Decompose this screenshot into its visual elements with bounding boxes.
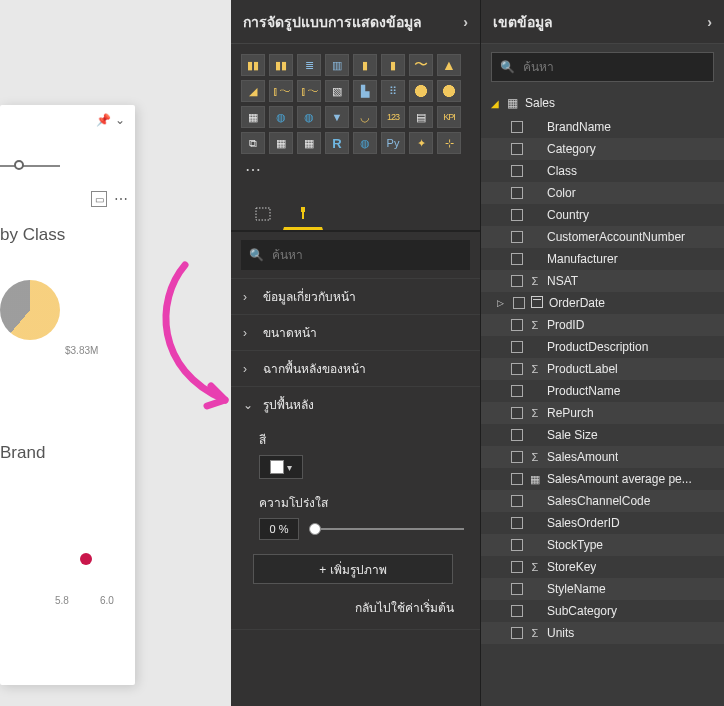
format-search[interactable]: 🔍 — [241, 240, 470, 270]
field-checkbox[interactable] — [511, 407, 523, 419]
field-checkbox[interactable] — [511, 539, 523, 551]
viz-decomp[interactable]: ⊹ — [437, 132, 461, 154]
viz-py[interactable]: Py — [381, 132, 405, 154]
field-checkbox[interactable] — [511, 143, 523, 155]
viz-key-influencers[interactable]: ✦ — [409, 132, 433, 154]
visualizations-header[interactable]: การจัดรูปแบบการแสดงข้อมูล › — [231, 0, 480, 44]
field-row[interactable]: ΣNSAT — [481, 270, 724, 292]
field-row[interactable]: ΣProdID — [481, 314, 724, 336]
viz-slicer[interactable]: ⧉ — [241, 132, 265, 154]
chevron-right-icon[interactable]: › — [707, 14, 712, 30]
field-checkbox[interactable] — [511, 429, 523, 441]
viz-gauge[interactable]: ◡ — [353, 106, 377, 128]
field-row[interactable]: ΣSalesAmount — [481, 446, 724, 468]
viz-matrix[interactable]: ▦ — [297, 132, 321, 154]
viz-ribbon[interactable]: ▧ — [325, 80, 349, 102]
viz-pie[interactable] — [409, 80, 433, 102]
fields-header[interactable]: เขตข้อมูล › — [481, 0, 724, 44]
viz-line[interactable]: 〜 — [409, 54, 433, 76]
field-row[interactable]: Sale Size — [481, 424, 724, 446]
transparency-slider[interactable] — [309, 521, 464, 537]
viz-card[interactable]: 123 — [381, 106, 405, 128]
field-checkbox[interactable] — [511, 583, 523, 595]
field-row[interactable]: StockType — [481, 534, 724, 556]
more-options-icon[interactable]: ⋯ — [114, 191, 129, 207]
field-row[interactable]: ▷OrderDate — [481, 292, 724, 314]
viz-stacked-bar[interactable]: ▮▮ — [241, 54, 265, 76]
expand-triangle-icon[interactable]: ▷ — [497, 298, 507, 308]
viz-arcgis[interactable]: ◍ — [353, 132, 377, 154]
viz-r[interactable]: R — [325, 132, 349, 154]
viz-clustered-column[interactable]: ▥ — [325, 54, 349, 76]
field-row[interactable]: StyleName — [481, 578, 724, 600]
color-picker-button[interactable]: ▾ — [259, 455, 303, 479]
chevron-down-icon[interactable]: ⌄ — [115, 113, 129, 127]
field-row[interactable]: Country — [481, 204, 724, 226]
field-row[interactable]: ΣProductLabel — [481, 358, 724, 380]
section-wallpaper[interactable]: ⌄ รูปพื้นหลัง — [231, 386, 480, 422]
field-row[interactable]: ΣRePurch — [481, 402, 724, 424]
viz-donut[interactable] — [437, 80, 461, 102]
field-checkbox[interactable] — [511, 209, 523, 221]
field-checkbox[interactable] — [511, 121, 523, 133]
scatter-point[interactable] — [80, 553, 92, 565]
field-row[interactable]: SubCategory — [481, 600, 724, 622]
field-row[interactable]: ΣUnits — [481, 622, 724, 644]
viz-funnel[interactable]: ▼ — [325, 106, 349, 128]
section-page-background[interactable]: › ฉากพื้นหลังของหน้า — [231, 350, 480, 386]
field-checkbox[interactable] — [511, 517, 523, 529]
field-checkbox[interactable] — [511, 561, 523, 573]
field-checkbox[interactable] — [511, 341, 523, 353]
field-checkbox[interactable] — [511, 319, 523, 331]
format-tab[interactable] — [283, 198, 323, 230]
field-row[interactable]: ▦SalesAmount average pe... — [481, 468, 724, 490]
table-node-sales[interactable]: ◢ ▦ Sales — [481, 90, 724, 116]
viz-filled-map[interactable]: ◍ — [297, 106, 321, 128]
viz-stacked-area[interactable]: ◢ — [241, 80, 265, 102]
field-row[interactable]: ProductDescription — [481, 336, 724, 358]
slicer-handle[interactable] — [14, 160, 24, 170]
field-checkbox[interactable] — [511, 363, 523, 375]
field-checkbox[interactable] — [511, 385, 523, 397]
pin-icon[interactable]: 📌 — [94, 111, 112, 129]
viz-map[interactable]: ◍ — [269, 106, 293, 128]
revert-to-default-link[interactable]: กลับไปใช้ค่าเริ่มต้น — [259, 598, 464, 617]
transparency-input[interactable]: 0 % — [259, 518, 299, 540]
viz-treemap[interactable]: ▦ — [241, 106, 265, 128]
field-checkbox[interactable] — [511, 253, 523, 265]
focus-mode-icon[interactable]: ▭ — [91, 191, 107, 207]
field-row[interactable]: Color — [481, 182, 724, 204]
field-row[interactable]: CustomerAccountNumber — [481, 226, 724, 248]
viz-100-bar[interactable]: ▮ — [353, 54, 377, 76]
viz-multi-card[interactable]: ▤ — [409, 106, 433, 128]
field-checkbox[interactable] — [511, 165, 523, 177]
field-row[interactable]: Manufacturer — [481, 248, 724, 270]
donut-chart-stub[interactable] — [0, 280, 60, 340]
viz-waterfall[interactable]: ▙ — [353, 80, 377, 102]
fields-search-input[interactable] — [523, 60, 705, 74]
field-row[interactable]: BrandName — [481, 116, 724, 138]
viz-100-column[interactable]: ▮ — [381, 54, 405, 76]
field-checkbox[interactable] — [511, 187, 523, 199]
viz-scatter[interactable]: ⠿ — [381, 80, 405, 102]
field-checkbox[interactable] — [513, 297, 525, 309]
slider-thumb[interactable] — [309, 523, 321, 535]
field-checkbox[interactable] — [511, 451, 523, 463]
viz-kpi[interactable]: KPI — [437, 106, 461, 128]
viz-get-more[interactable]: ⋯ — [241, 158, 265, 180]
fields-search[interactable]: 🔍 — [491, 52, 714, 82]
fields-tab[interactable] — [243, 198, 283, 230]
viz-clustered-bar[interactable]: ≣ — [297, 54, 321, 76]
field-row[interactable]: SalesChannelCode — [481, 490, 724, 512]
field-row[interactable]: Class — [481, 160, 724, 182]
section-page-info[interactable]: › ข้อมูลเกี่ยวกับหน้า — [231, 278, 480, 314]
format-search-input[interactable] — [272, 248, 462, 262]
viz-stacked-column[interactable]: ▮▮ — [269, 54, 293, 76]
viz-combo2[interactable]: ⫿〜 — [297, 80, 321, 102]
viz-table[interactable]: ▦ — [269, 132, 293, 154]
section-page-size[interactable]: › ขนาดหน้า — [231, 314, 480, 350]
add-image-button[interactable]: + เพิ่มรูปภาพ — [253, 554, 453, 584]
viz-combo1[interactable]: ⫿〜 — [269, 80, 293, 102]
field-checkbox[interactable] — [511, 605, 523, 617]
field-checkbox[interactable] — [511, 495, 523, 507]
